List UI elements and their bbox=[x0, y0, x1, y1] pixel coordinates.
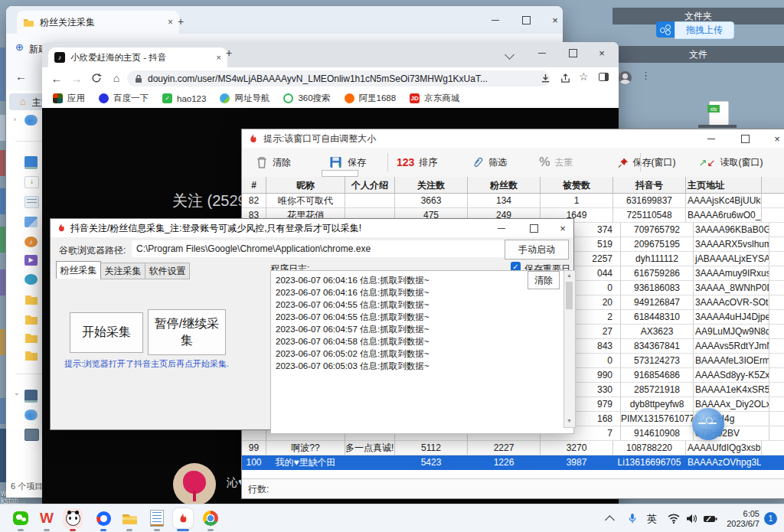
bookmark-360[interactable]: 360搜索 bbox=[283, 93, 330, 104]
bookmark-baidu[interactable]: 百度一下 bbox=[99, 93, 149, 104]
col-douyin-id[interactable]: 抖音号 bbox=[613, 177, 686, 194]
chevron-down-icon[interactable] bbox=[505, 50, 514, 60]
menu-dots-icon[interactable]: ⋮ bbox=[641, 70, 651, 81]
clear-log-button[interactable]: 清除 bbox=[528, 271, 560, 289]
drag-upload-button[interactable]: 拖拽上传 bbox=[675, 21, 734, 39]
load-window-button[interactable]: ↗↙ 读取(窗口) bbox=[694, 154, 768, 171]
taskbar-wechat-icon[interactable] bbox=[11, 508, 31, 528]
profile-icon[interactable] bbox=[619, 71, 632, 84]
table-row[interactable]: 100 我的♥里缺个田 5423 1226 3987 Li13616696705… bbox=[242, 455, 784, 470]
file-bar[interactable]: 文件 bbox=[612, 46, 784, 63]
taskbar-notepad-icon[interactable] bbox=[147, 508, 167, 528]
chevron-down-icon[interactable]: ⌄ bbox=[14, 389, 20, 397]
minimize-button[interactable] bbox=[698, 132, 724, 145]
bookmark-hao123[interactable]: ✓hao123 bbox=[162, 93, 206, 103]
clear-button[interactable]: 清除 bbox=[251, 154, 296, 171]
chrome-path-input[interactable]: C:\Program Files\Google\Chrome\Applicati… bbox=[132, 240, 505, 257]
notification-badge[interactable]: 1 bbox=[764, 504, 777, 532]
col-likes[interactable]: 被赞数 bbox=[541, 177, 613, 194]
tray-speaker-icon[interactable] bbox=[686, 504, 697, 532]
bookmark-nav[interactable]: 网址导航 bbox=[220, 93, 270, 104]
sidebar-item-app[interactable] bbox=[24, 274, 38, 285]
col-index[interactable]: # bbox=[242, 177, 266, 194]
tray-microphone-icon[interactable] bbox=[628, 504, 637, 532]
tab-close-icon[interactable]: × bbox=[216, 53, 221, 62]
tray-clock[interactable]: 6:05 2023/6/7 bbox=[726, 504, 760, 532]
sidebar-icon[interactable] bbox=[599, 73, 609, 81]
sidebar-item-desktop[interactable] bbox=[24, 156, 38, 169]
desktop-icon-fragment[interactable] bbox=[0, 398, 5, 424]
program-log-list[interactable]: 2023-06-07 06:04:16 信息:抓取到数据~2023-06-07 … bbox=[270, 270, 574, 434]
lanzou-cloud-icon[interactable] bbox=[656, 21, 675, 38]
share-icon[interactable] bbox=[560, 73, 571, 84]
tray-ime-indicator[interactable]: 英 bbox=[647, 504, 657, 532]
maximize-button[interactable] bbox=[521, 221, 547, 235]
taskbar-chrome-icon[interactable] bbox=[201, 508, 220, 528]
taskbar-flame-app-icon[interactable] bbox=[173, 508, 193, 528]
chevron-right-icon[interactable]: › bbox=[14, 116, 16, 123]
avatar[interactable] bbox=[173, 463, 216, 506]
sidebar-folder-icon[interactable] bbox=[24, 332, 38, 344]
tab-fans-collect[interactable]: 粉丝采集 bbox=[56, 261, 101, 279]
close-button[interactable]: × bbox=[589, 46, 615, 60]
sidebar-item-music[interactable]: ♪ bbox=[24, 237, 38, 247]
desktop-icon-fragment[interactable] bbox=[0, 150, 5, 176]
minimize-button[interactable] bbox=[482, 13, 508, 27]
floating-assistant-ball[interactable] bbox=[692, 408, 724, 440]
address-bar[interactable]: douyin.com/user/MS4wLjABAAAAyvN_LMEOnliw… bbox=[127, 70, 550, 86]
col-nickname[interactable]: 昵称 bbox=[266, 177, 345, 194]
sidebar-item-thispc[interactable] bbox=[24, 390, 38, 403]
maximize-button[interactable] bbox=[560, 46, 586, 60]
sidebar-item-network[interactable] bbox=[24, 429, 39, 441]
explorer-tab[interactable]: 粉丝关注采集 × bbox=[17, 11, 179, 34]
table-row[interactable]: 82 唯你不可取代 3663 134 1 631699837 AAAAjsKc4… bbox=[242, 194, 784, 208]
tab-settings[interactable]: 软件设置 bbox=[145, 263, 190, 279]
start-collect-button[interactable]: 开始采集 bbox=[70, 312, 143, 353]
sidebar-item-onedrive[interactable] bbox=[24, 115, 38, 126]
col-homepage[interactable]: 主页地址 bbox=[686, 177, 762, 194]
close-button[interactable]: × bbox=[542, 13, 568, 27]
vmware-icon[interactable] bbox=[0, 429, 6, 482]
bookmark-star-icon[interactable]: ☆ bbox=[579, 70, 589, 83]
dedupe-button[interactable]: % 去重 bbox=[534, 153, 577, 171]
close-button[interactable]: × bbox=[764, 132, 784, 145]
scroll-up-icon[interactable]: ▲ bbox=[567, 273, 572, 278]
close-button[interactable]: × bbox=[550, 221, 576, 235]
scroll-down-icon[interactable]: ▼ bbox=[567, 418, 572, 423]
col-fans[interactable]: 粉丝数 bbox=[468, 177, 541, 194]
col-following[interactable]: 关注数 bbox=[395, 177, 468, 194]
forward-icon[interactable]: → bbox=[67, 72, 87, 85]
maximize-button[interactable] bbox=[732, 132, 758, 145]
bookmark-apps[interactable]: 应用 bbox=[53, 93, 85, 104]
reload-icon[interactable] bbox=[87, 73, 106, 83]
xls-file-icon[interactable]: xls bbox=[709, 101, 729, 126]
taskbar-netdisk-icon[interactable] bbox=[93, 508, 113, 528]
tray-chevron-up-icon[interactable] bbox=[608, 504, 615, 532]
desktop-icon-fragment[interactable] bbox=[0, 329, 5, 355]
col-intro[interactable]: 个人介绍 bbox=[345, 177, 395, 194]
new-tab-icon[interactable]: + bbox=[226, 47, 232, 59]
desktop-icon-fragment[interactable] bbox=[0, 115, 5, 141]
bookmark-jd[interactable]: JD京东商城 bbox=[410, 93, 459, 104]
tab-close-icon[interactable]: × bbox=[168, 17, 173, 28]
sort-button[interactable]: 123 排序 bbox=[392, 154, 442, 171]
sidebar-item-videos[interactable]: ▶ bbox=[24, 255, 38, 266]
minimize-button[interactable] bbox=[529, 46, 555, 60]
bookmark-1688[interactable]: 阿里1688 bbox=[345, 93, 397, 104]
filter-button[interactable]: 筛选 bbox=[468, 154, 511, 171]
new-tab-icon[interactable]: + bbox=[178, 15, 184, 28]
chrome-tab[interactable]: ♪ 小欣爱赶海的主页 - 抖音 × bbox=[48, 47, 227, 67]
home-icon[interactable]: ⌂ bbox=[106, 72, 126, 84]
taskbar-wps-icon[interactable]: W bbox=[37, 508, 57, 528]
sidebar-item-pictures[interactable] bbox=[24, 217, 38, 227]
sidebar-folder-icon[interactable] bbox=[24, 314, 38, 325]
minimize-button[interactable] bbox=[488, 221, 514, 235]
sidebar-folder-icon[interactable] bbox=[24, 350, 38, 361]
desktop-icon-fragment[interactable] bbox=[0, 47, 5, 101]
back-icon[interactable]: ← bbox=[15, 70, 27, 83]
save-window-button[interactable]: 保存(窗口) bbox=[613, 154, 681, 171]
tab-follow-collect[interactable]: 关注采集 bbox=[100, 263, 145, 279]
sidebar-folder-icon[interactable] bbox=[24, 294, 38, 305]
desktop-icon-fragment[interactable] bbox=[0, 269, 5, 295]
save-button[interactable]: 保存 bbox=[325, 154, 371, 171]
